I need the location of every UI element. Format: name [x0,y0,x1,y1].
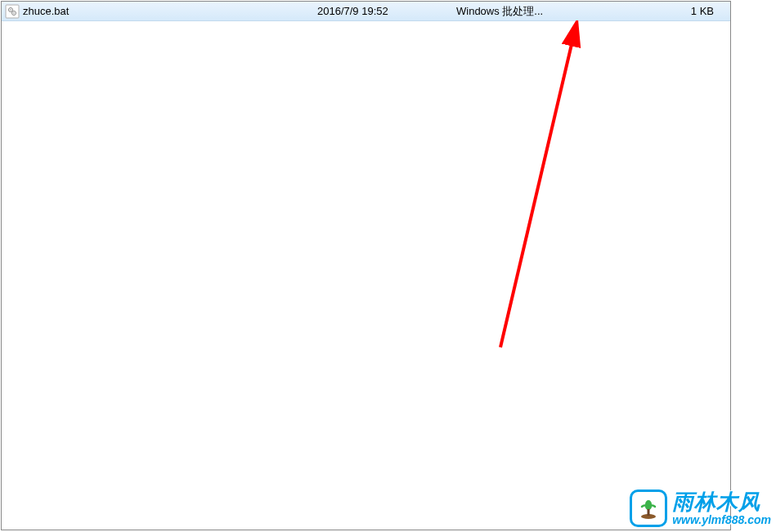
svg-point-4 [13,12,15,14]
svg-rect-8 [648,509,650,516]
annotation-arrow-icon [476,20,623,355]
watermark-url: www.ylmf888.com [672,514,771,526]
file-date-modified: 2016/7/9 19:52 [317,5,456,17]
file-name: zhuce.bat [23,5,317,17]
file-type: Windows 批处理... [456,4,587,19]
file-row[interactable]: zhuce.bat 2016/7/9 19:52 Windows 批处理... … [2,2,730,21]
watermark: 雨林木风 www.ylmf888.com [630,490,771,527]
watermark-logo-icon [630,490,667,527]
svg-line-6 [500,27,576,347]
watermark-text: 雨林木风 www.ylmf888.com [672,490,771,526]
svg-point-3 [10,9,11,11]
file-explorer-panel: zhuce.bat 2016/7/9 19:52 Windows 批处理... … [1,1,731,530]
file-size: 1 KB [587,5,730,17]
watermark-brand: 雨林木风 [672,490,771,514]
batch-file-icon [5,4,20,19]
